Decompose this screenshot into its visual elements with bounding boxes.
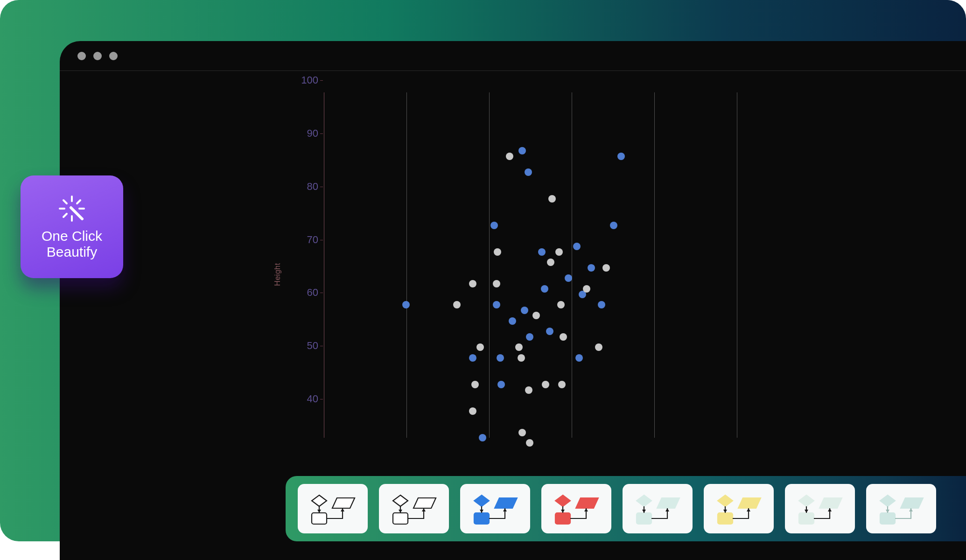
scatter-point [497, 381, 505, 388]
scatter-point [509, 317, 516, 325]
y-tick: 60 [292, 287, 318, 299]
traffic-light-minimize[interactable] [93, 52, 102, 60]
svg-rect-16 [474, 513, 489, 524]
scatter-point [602, 264, 610, 272]
scatter-chart: Height 405060708090100 [292, 92, 819, 456]
y-axis-label: Height [273, 263, 282, 286]
scatter-point [521, 307, 528, 314]
scatter-point [595, 343, 602, 351]
scatter-point [525, 386, 532, 394]
y-tick: 90 [292, 127, 318, 140]
scatter-point [493, 301, 500, 308]
theme-thumbnail-outline-bold[interactable] [379, 484, 449, 533]
scatter-point [493, 280, 500, 287]
y-axis: 405060708090100 [292, 92, 318, 438]
scatter-point [471, 381, 479, 388]
one-click-beautify-button[interactable]: One Click Beautify [21, 175, 123, 278]
theme-thumbnail-mint[interactable] [623, 484, 693, 533]
y-tick: 40 [292, 393, 318, 405]
svg-rect-8 [312, 513, 327, 524]
scatter-point [558, 381, 566, 388]
scatter-point [518, 147, 526, 154]
scatter-point [555, 248, 563, 256]
theme-thumbnail-yellow[interactable] [704, 484, 774, 533]
svg-rect-36 [880, 513, 895, 524]
svg-line-6 [77, 200, 80, 203]
scatter-point [542, 381, 549, 388]
y-tick: 70 [292, 234, 318, 246]
theme-thumbnail-sage[interactable] [785, 484, 855, 533]
scatter-point [583, 285, 590, 293]
scatter-point [598, 301, 605, 308]
scatter-point [525, 168, 532, 176]
theme-thumbnail-aqua[interactable] [866, 484, 936, 533]
scatter-point [402, 301, 410, 308]
traffic-light-close[interactable] [77, 52, 86, 60]
scatter-point [565, 274, 572, 282]
scatter-point [560, 333, 567, 341]
scatter-point [557, 301, 565, 308]
window-titlebar [60, 41, 966, 71]
theme-thumbnail-red[interactable] [541, 484, 611, 533]
y-tick: 80 [292, 181, 318, 193]
traffic-light-zoom[interactable] [109, 52, 118, 60]
scatter-point [497, 354, 504, 362]
svg-rect-28 [718, 513, 733, 524]
scatter-point [469, 354, 476, 362]
scatter-plot-area [324, 92, 819, 438]
scatter-point [469, 280, 476, 287]
scatter-point [526, 439, 533, 447]
scatter-point [476, 343, 484, 351]
scatter-point [547, 259, 554, 266]
scatter-point [518, 429, 526, 436]
scatter-point [506, 153, 513, 160]
scatter-point [526, 333, 533, 341]
scatter-point [479, 434, 486, 441]
svg-line-4 [63, 200, 67, 203]
scatter-point [515, 343, 523, 351]
scatter-point [617, 153, 625, 160]
scatter-point [518, 354, 525, 362]
scatter-point [538, 248, 546, 256]
scatter-point [469, 407, 476, 415]
scatter-point [588, 264, 595, 272]
scatter-point [541, 285, 548, 293]
theme-picker-strip [286, 476, 966, 541]
svg-rect-24 [637, 513, 651, 524]
scatter-point [575, 354, 583, 362]
theme-thumbnail-outline-light[interactable] [298, 484, 368, 533]
y-tick: 100 [292, 74, 318, 86]
scatter-point [532, 312, 540, 319]
scatter-point [490, 222, 498, 229]
svg-line-5 [63, 214, 67, 217]
svg-rect-12 [393, 513, 408, 524]
svg-rect-20 [555, 513, 570, 524]
scatter-point [548, 195, 556, 203]
svg-rect-32 [799, 513, 814, 524]
scatter-point [546, 328, 553, 335]
scatter-point [573, 243, 581, 250]
y-tick: 50 [292, 340, 318, 352]
scatter-point [494, 248, 501, 256]
theme-thumbnail-blue[interactable] [460, 484, 530, 533]
beautify-label: One Click Beautify [42, 228, 102, 260]
scatter-point [453, 301, 461, 308]
scatter-point [610, 222, 617, 229]
magic-wand-icon [57, 194, 87, 224]
